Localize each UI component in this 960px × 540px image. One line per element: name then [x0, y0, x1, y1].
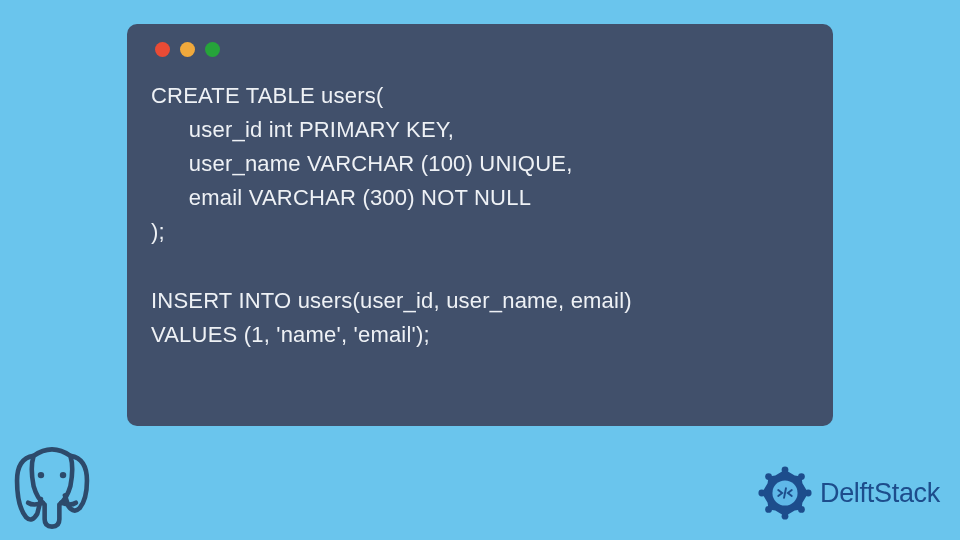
- code-line: VALUES (1, 'name', 'email');: [151, 322, 430, 347]
- delftstack-logo-icon: [756, 464, 814, 522]
- delftstack-label: DelftStack: [820, 478, 940, 509]
- code-line: user_id int PRIMARY KEY,: [151, 117, 454, 142]
- postgresql-logo-icon: [6, 442, 98, 534]
- code-line: INSERT INTO users(user_id, user_name, em…: [151, 288, 632, 313]
- window-titlebar: [151, 42, 809, 57]
- code-line: email VARCHAR (300) NOT NULL: [151, 185, 531, 210]
- svg-point-1: [60, 472, 66, 478]
- code-line: CREATE TABLE users(: [151, 83, 383, 108]
- code-line: );: [151, 219, 165, 244]
- delftstack-brand: DelftStack: [756, 464, 940, 522]
- svg-point-0: [38, 472, 44, 478]
- code-block: CREATE TABLE users( user_id int PRIMARY …: [151, 79, 809, 352]
- close-dot-icon: [155, 42, 170, 57]
- code-line: user_name VARCHAR (100) UNIQUE,: [151, 151, 572, 176]
- maximize-dot-icon: [205, 42, 220, 57]
- code-window: CREATE TABLE users( user_id int PRIMARY …: [127, 24, 833, 426]
- minimize-dot-icon: [180, 42, 195, 57]
